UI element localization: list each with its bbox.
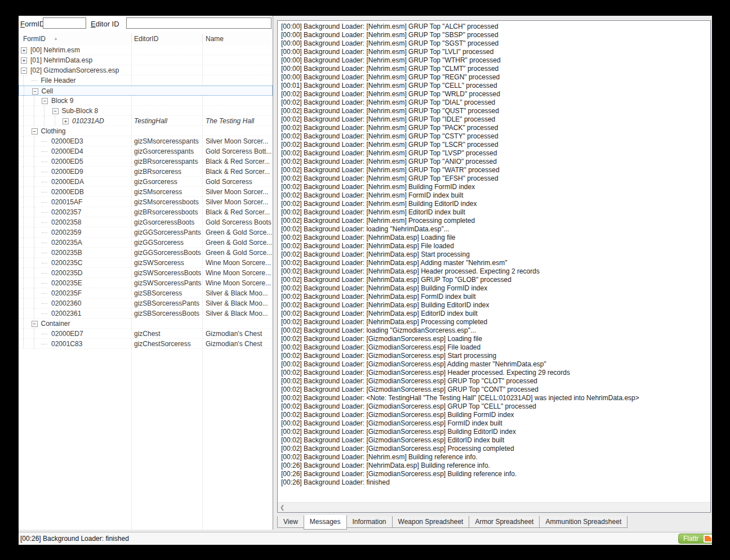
- tree-row[interactable]: −Clothing: [19, 126, 273, 136]
- tree-row[interactable]: 02000ED9gizBRsorceressBlack & Red Sorcer…: [19, 167, 273, 177]
- flattr-button[interactable]: Flattr: [678, 534, 712, 544]
- tree-guide-line: [34, 106, 34, 116]
- tree-guide-line: [23, 319, 24, 329]
- column-header-name[interactable]: Name: [206, 35, 224, 43]
- tree-row[interactable]: File Header: [19, 75, 273, 86]
- cell-editorid: gizSWSorceressPants: [134, 278, 201, 288]
- tree-row[interactable]: 02002359gizGGSorceressPantsGreen & Gold …: [19, 227, 273, 238]
- cell-formid: 02000ED5: [51, 156, 83, 167]
- tree-guide-line: [55, 116, 55, 126]
- log-line: [00:00] Background Loader: [Nehrim.esm] …: [281, 31, 710, 39]
- tree-row[interactable]: −[02] GizmodianSorceress.esp: [19, 65, 273, 75]
- collapse-icon[interactable]: −: [32, 321, 38, 327]
- tree-row[interactable]: +[01] NehrimData.esp: [19, 55, 273, 65]
- leaf-stub: [42, 293, 47, 294]
- cell-name: Wine Moon Sorcere...: [206, 258, 271, 268]
- log-line: [00:02] Background Loader: [GizmodianSor…: [281, 369, 710, 377]
- tab-ammunition-spreadsheet[interactable]: Ammunition Spreadsheet: [539, 516, 627, 528]
- tab-view[interactable]: View: [277, 516, 304, 528]
- tree-row[interactable]: 0200235DgizSWSorceressBootsWine Moon Sor…: [19, 268, 273, 278]
- cell-formid: Cell: [42, 86, 54, 96]
- horizontal-scrollbar[interactable]: ❮: [278, 502, 710, 512]
- log-line: [00:02] Background Loader: [NehrimData.e…: [281, 284, 710, 293]
- tree-row[interactable]: −Block 9: [19, 96, 273, 106]
- expand-icon[interactable]: +: [21, 47, 27, 53]
- cell-formid: 0200235F: [51, 288, 82, 298]
- tab-weapon-spreadsheet[interactable]: Weapon Spreadsheet: [392, 516, 470, 528]
- leaf-stub: [42, 212, 47, 213]
- tree-row[interactable]: 0200235EgizSWSorceressPantsWine Moon Sor…: [19, 278, 273, 288]
- collapse-icon[interactable]: −: [32, 88, 38, 95]
- tab-messages[interactable]: Messages: [304, 515, 347, 530]
- column-header-formid[interactable]: FormID▲: [23, 35, 58, 43]
- tree-row[interactable]: 02002357gizBRsorceressbootsBlack & Red S…: [19, 207, 273, 217]
- tree-row[interactable]: 020015AFgizSMsorceressbootsSilver Moon S…: [19, 197, 273, 207]
- cell-name: Black & Red Sorcer...: [206, 167, 270, 177]
- tree-guide-line: [34, 156, 34, 167]
- collapse-icon[interactable]: −: [42, 98, 48, 104]
- tree-row[interactable]: +[00] Nehrim.esm: [19, 45, 273, 55]
- tree-row[interactable]: 02000ED5gizBRsorceresspantsBlack & Red S…: [19, 156, 273, 167]
- tree-row[interactable]: 02002360gizSBSorceressPantsSilver & Blac…: [19, 298, 273, 308]
- tree-row[interactable]: +010231ADTestingHallThe Testing Hall: [19, 116, 273, 126]
- tree-row[interactable]: 0200235CgizSWSorceressWine Moon Sorcere.…: [19, 258, 273, 268]
- tree-row[interactable]: 0200235BgizGGSorceressBootsGreen & Gold …: [19, 248, 273, 258]
- cell-editorid: gizSBSorceressBoots: [134, 308, 199, 319]
- tab-armor-spreadsheet[interactable]: Armor Spreadsheet: [469, 516, 540, 528]
- tree-row[interactable]: 02000EDBgizSMsorceressSilver Moon Sorcer…: [19, 187, 273, 197]
- tree-row[interactable]: 0200235AgizGGSorceressGreen & Gold Sorce…: [19, 238, 273, 248]
- log-line: [00:02] Background Loader: [NehrimData.e…: [281, 234, 710, 242]
- log-line: [00:02] Background Loader: [Nehrim.esm] …: [281, 90, 710, 98]
- tree-guide-line: [34, 308, 34, 319]
- tree-row[interactable]: 02000ED7gizChestGizmodian's Chest: [19, 329, 273, 339]
- tree-guide-line: [23, 278, 24, 288]
- tree-row[interactable]: −Cell: [19, 86, 273, 96]
- expand-icon[interactable]: +: [21, 57, 27, 64]
- collapse-icon[interactable]: −: [32, 128, 38, 135]
- messages-log[interactable]: [00:00] Background Loader: [Nehrim.esm] …: [277, 20, 711, 513]
- column-divider[interactable]: [202, 34, 203, 44]
- tree-guide-line: [23, 339, 24, 349]
- tree-guide-line: [44, 106, 44, 116]
- tree-guide-line: [34, 227, 34, 238]
- cell-name: Silver Moon Sorcer...: [206, 136, 268, 146]
- scroll-left-icon[interactable]: ❮: [280, 504, 284, 510]
- cell-editorid: gizSMsorceressboots: [134, 197, 199, 207]
- cell-formid: 02000ED9: [51, 167, 83, 177]
- log-line: [00:02] Background Loader: [NehrimData.e…: [281, 293, 710, 301]
- cell-editorid: gizSMsorceresspants: [134, 136, 199, 146]
- tree-row[interactable]: 02000ED4gizGsorceresspantsGold Sorceress…: [19, 146, 273, 156]
- collapse-icon[interactable]: −: [52, 108, 59, 114]
- tab-information[interactable]: Information: [346, 516, 393, 528]
- leaf-stub: [42, 232, 47, 233]
- tree-guide-line: [23, 248, 24, 258]
- tree-guide-line: [34, 278, 34, 288]
- formid-search-input[interactable]: [43, 17, 86, 29]
- tree-guide-line: [23, 258, 24, 268]
- column-header-editorid[interactable]: EditorID: [134, 35, 158, 43]
- tree-row[interactable]: 0200235FgizSBSorceressSilver & Black Moo…: [19, 288, 273, 298]
- collapse-icon[interactable]: −: [21, 68, 27, 74]
- cell-name: Black & Red Sorcer...: [206, 207, 270, 217]
- log-line: [00:02] Background Loader: [GizmodianSor…: [281, 377, 710, 386]
- column-divider[interactable]: [131, 34, 132, 44]
- cell-name: Green & Gold Sorce...: [206, 227, 272, 238]
- tree-row[interactable]: −Container: [19, 319, 273, 329]
- expand-icon[interactable]: +: [63, 118, 69, 124]
- cell-formid: 02002361: [51, 308, 81, 319]
- cell-name: The Testing Hall: [206, 116, 254, 126]
- tree-row[interactable]: 02002358gizGsorceressBootsGold Sorceress…: [19, 217, 273, 227]
- cell-editorid: gizBRsorceress: [134, 167, 181, 177]
- tree-row[interactable]: −Sub-Block 8: [19, 106, 273, 116]
- tree-row[interactable]: 02001C83gizChestSorceressGizmodian's Che…: [19, 339, 273, 349]
- tree-row[interactable]: 02000EDAgizGsorceressGold Sorceress: [19, 177, 273, 187]
- editorid-search-input[interactable]: [126, 17, 271, 29]
- cell-name: Green & Gold Sorce...: [206, 248, 272, 258]
- tree-guide-line: [34, 187, 34, 197]
- tree-row[interactable]: 02000ED3gizSMsorceresspantsSilver Moon S…: [19, 136, 273, 146]
- log-line: [00:00] Background Loader: [Nehrim.esm] …: [281, 65, 710, 73]
- tree-row[interactable]: 02002361gizSBSorceressBootsSilver & Blac…: [19, 308, 273, 319]
- tree-guide-line: [44, 116, 44, 126]
- log-line: [00:02] Background Loader: [NehrimData.e…: [281, 301, 710, 310]
- cell-formid: 02002357: [51, 207, 81, 217]
